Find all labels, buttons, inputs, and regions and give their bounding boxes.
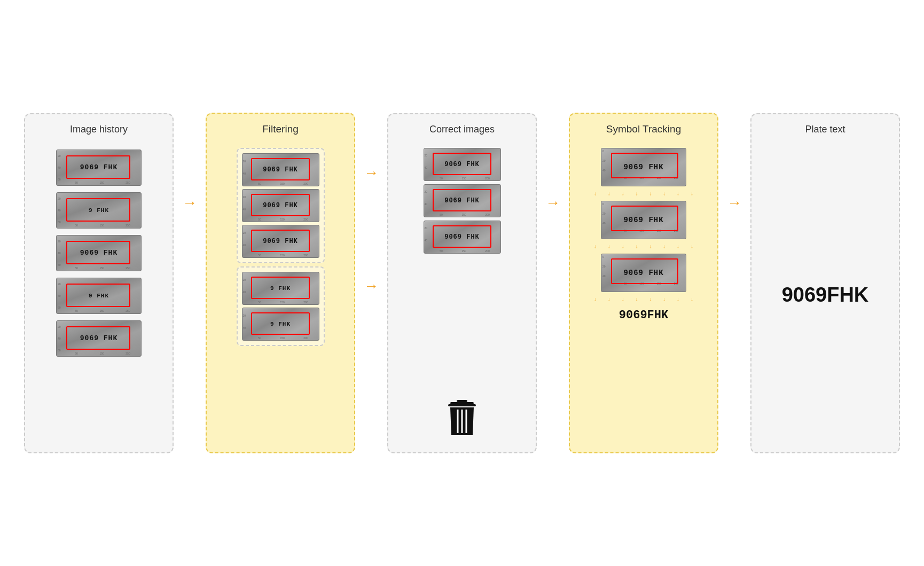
filter-plate-4: 2040 50150200 9 FHK bbox=[242, 272, 319, 305]
tracking-arrows-3: ↓↓↓ ↓↓↓ ↓↓ bbox=[583, 295, 704, 303]
arrow-tracking-to-platetext: → bbox=[718, 194, 750, 211]
pipeline-diagram: Image history 204060 50150250 9069 FHK 2… bbox=[13, 102, 911, 464]
filter-plate-3: 2040 50150200 9069 FHK bbox=[242, 225, 319, 258]
history-plate-3: 204060 50150250 9069 FHK bbox=[56, 235, 142, 271]
right-arrow-to-correct: → bbox=[364, 164, 379, 182]
symbol-tracking-content: 0 20 40 50 100 150 200 9069 FHK ↓↓↓ ↓↓↓ … bbox=[570, 143, 717, 452]
history-plate-1: 204060 50150250 9069 FHK bbox=[56, 150, 142, 186]
svg-rect-1 bbox=[457, 400, 467, 402]
plate-text-box: Plate text 9069FHK bbox=[750, 113, 900, 453]
filter-plate-2: 2040 50150200 9069 FHK bbox=[242, 189, 319, 222]
symbol-tracking-column: Symbol Tracking 0 20 40 50 100 150 200 9… bbox=[569, 113, 718, 453]
right-arrow-icon-3: → bbox=[545, 194, 560, 211]
filter-plate-1: 2040 50150200 9069 FHK bbox=[242, 153, 319, 186]
right-arrow-icon-4: → bbox=[727, 194, 742, 211]
svg-rect-0 bbox=[450, 402, 474, 404]
plate-text-column: Plate text 9069FHK bbox=[750, 113, 900, 453]
right-arrow-to-trash: → bbox=[364, 278, 379, 295]
trash-icon bbox=[446, 400, 478, 443]
symbol-tracking-label: Symbol Tracking bbox=[601, 114, 686, 143]
tracking-result-text: 9069FHK bbox=[619, 309, 668, 322]
correct-images-content: 2040 50150200 9069 FHK 2040 50150200 906… bbox=[388, 143, 536, 452]
image-history-column: Image history 204060 50150250 9069 FHK 2… bbox=[24, 113, 174, 453]
filtering-bad-group: 2040 50150200 9 FHK 2040 50150200 9 FHK bbox=[237, 266, 325, 346]
correct-plate-2: 2040 50150200 9069 FHK bbox=[424, 184, 501, 217]
history-plate-4: 204060 50150250 9 FHK bbox=[56, 278, 142, 314]
arrows-from-filtering: → → bbox=[355, 164, 387, 295]
filtering-column: Filtering 2040 50150200 9069 FHK 2040 50… bbox=[206, 113, 355, 453]
image-history-content: 204060 50150250 9069 FHK 204060 50150250… bbox=[25, 143, 173, 452]
plate-text-result: 9069FHK bbox=[777, 284, 874, 306]
tracking-plate-3: 0 20 40 50 100 150 200 9069 FHK bbox=[601, 254, 686, 292]
image-history-label: Image history bbox=[65, 114, 133, 143]
filtering-content: 2040 50150200 9069 FHK 2040 50150200 906… bbox=[207, 143, 354, 452]
svg-rect-2 bbox=[448, 404, 476, 406]
correct-images-label: Correct images bbox=[424, 114, 500, 143]
history-plate-5: 204060 50150250 9069 FHK bbox=[56, 320, 142, 357]
filter-plate-5: 2040 50150200 9 FHK bbox=[242, 308, 319, 341]
trash-area bbox=[446, 352, 478, 443]
symbol-tracking-box: Symbol Tracking 0 20 40 50 100 150 200 9… bbox=[569, 113, 718, 453]
tracking-plate-1: 0 20 40 50 100 150 200 9069 FHK bbox=[601, 148, 686, 186]
arrow-correct-to-tracking: → bbox=[537, 194, 569, 211]
correct-plate-3: 2040 50150200 9069 FHK bbox=[424, 221, 501, 254]
tracking-arrows-1: ↓↓↓ ↓↓↓ ↓↓ bbox=[583, 190, 704, 198]
image-history-box: Image history 204060 50150250 9069 FHK 2… bbox=[24, 113, 174, 453]
right-arrow-icon: → bbox=[182, 194, 197, 211]
arrow-history-to-filtering: → bbox=[174, 194, 206, 211]
correct-plate-1: 2040 50150200 9069 FHK bbox=[424, 148, 501, 181]
filtering-label: Filtering bbox=[257, 114, 304, 143]
plate-text-content: 9069FHK bbox=[751, 143, 899, 452]
history-plate-2: 204060 50150250 9 FHK bbox=[56, 192, 142, 229]
correct-images-box: Correct images 2040 50150200 9069 FHK 20… bbox=[387, 113, 537, 453]
filtering-good-group: 2040 50150200 9069 FHK 2040 50150200 906… bbox=[237, 148, 325, 263]
filtering-box: Filtering 2040 50150200 9069 FHK 2040 50… bbox=[206, 113, 355, 453]
tracking-arrows-2: ↓↓↓ ↓↓↓ ↓↓ bbox=[583, 242, 704, 250]
plate-text-label: Plate text bbox=[800, 114, 850, 143]
correct-column: Correct images 2040 50150200 9069 FHK 20… bbox=[387, 113, 537, 453]
tracking-plate-2: 0 20 40 50 100 150 200 9069 FHK bbox=[601, 201, 686, 239]
